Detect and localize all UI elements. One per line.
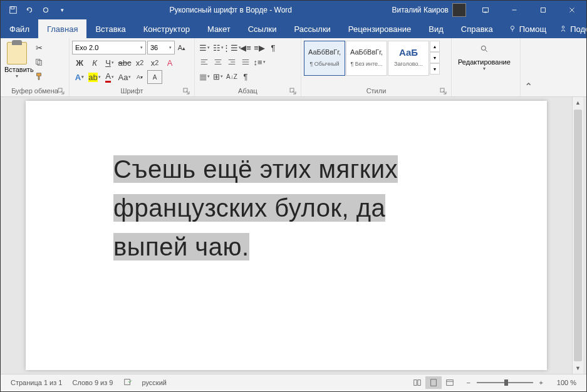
grow-font-icon[interactable]: A▴ <box>175 41 189 54</box>
align-left-icon[interactable] <box>197 55 211 69</box>
align-right-icon[interactable] <box>225 55 239 69</box>
spinner-up-icon[interactable]: ▴ <box>430 41 440 52</box>
style-no-spacing[interactable]: АаБбВвГг, ¶ Без инте... <box>346 41 387 76</box>
zoom-thumb[interactable] <box>504 379 508 386</box>
paste-button[interactable]: Вставить ▾ <box>3 41 31 80</box>
dialog-launcher-icon[interactable] <box>183 88 190 95</box>
bold-icon[interactable]: Ж <box>72 56 87 70</box>
svg-point-28 <box>481 46 486 50</box>
paragraph-label: Абзац <box>197 86 298 96</box>
share-button[interactable]: Поделиться <box>553 19 587 38</box>
font-color-icon[interactable]: A▾ <box>102 70 117 84</box>
spinner-down-icon[interactable]: ▾ <box>430 52 440 63</box>
zoom-level[interactable]: 100 % <box>552 379 581 386</box>
clear-format-icon[interactable]: A <box>162 56 177 70</box>
tab-file[interactable]: Файл <box>1 19 38 38</box>
strikethrough-icon[interactable]: abc <box>117 56 132 70</box>
tab-view[interactable]: Вид <box>420 19 452 38</box>
styles-label: Стили <box>304 86 449 96</box>
superscript-icon[interactable]: x2 <box>147 56 162 70</box>
sort-icon[interactable]: A↓Z <box>225 70 239 83</box>
font-size-combo[interactable]: 36▾ <box>147 41 175 54</box>
underline-icon[interactable]: Ч▾ <box>102 56 117 70</box>
tab-review[interactable]: Рецензирование <box>340 19 420 38</box>
save-icon[interactable] <box>6 3 21 18</box>
italic-icon[interactable]: К <box>87 56 102 70</box>
increase-indent-icon[interactable]: ≡▶ <box>252 41 266 54</box>
copy-icon[interactable] <box>32 55 46 69</box>
tab-design[interactable]: Конструктор <box>135 19 199 38</box>
vertical-scrollbar[interactable]: ▲ ▼ <box>572 97 583 374</box>
tab-layout[interactable]: Макет <box>199 19 239 38</box>
dialog-launcher-icon[interactable] <box>58 88 65 95</box>
editing-button[interactable]: Редактирование ▾ <box>454 41 514 75</box>
format-painter-icon[interactable] <box>32 70 46 83</box>
styles-gallery-spinner[interactable]: ▴ ▾ ▾ <box>430 41 440 75</box>
style-normal[interactable]: АаБбВвГг, ¶ Обычный <box>304 41 345 76</box>
svg-rect-1 <box>11 7 14 9</box>
dialog-launcher-icon[interactable] <box>440 88 447 95</box>
word-count[interactable]: Слово 9 из 9 <box>67 379 118 386</box>
tab-insert[interactable]: Вставка <box>86 19 134 38</box>
justify-icon[interactable] <box>239 55 252 69</box>
tell-me-button[interactable]: Помощ <box>502 19 553 38</box>
show-marks-icon[interactable]: ¶ <box>266 41 280 54</box>
title-bar: ▾ Рукописный шрифт в Ворде - Word Витали… <box>1 1 586 19</box>
web-layout-icon[interactable] <box>442 376 458 389</box>
tab-mailings[interactable]: Рассылки <box>285 19 339 38</box>
align-center-icon[interactable] <box>211 55 225 69</box>
tab-home[interactable]: Главная <box>38 19 86 38</box>
zoom-out-icon[interactable]: − <box>464 379 473 386</box>
zoom-slider[interactable]: − + <box>464 379 546 386</box>
qat-customize-icon[interactable]: ▾ <box>55 3 70 18</box>
scroll-thumb[interactable] <box>574 110 582 361</box>
dialog-launcher-icon[interactable] <box>289 88 297 95</box>
change-case-icon[interactable]: Aa▾ <box>117 70 132 84</box>
spinner-more-icon[interactable]: ▾ <box>430 63 440 75</box>
clipboard-label: Буфер обмена <box>3 86 66 96</box>
user-name: Виталий Каиров <box>392 6 449 14</box>
subscript-icon[interactable]: x2 <box>132 56 147 70</box>
style-heading1[interactable]: АаБ Заголово... <box>388 41 429 76</box>
language[interactable]: русский <box>137 379 172 386</box>
font-label: Шрифт <box>72 86 192 96</box>
print-layout-icon[interactable] <box>425 376 442 389</box>
zoom-in-icon[interactable]: + <box>537 379 546 386</box>
scroll-down-icon[interactable]: ▼ <box>573 363 583 374</box>
clipboard-icon <box>7 42 27 64</box>
shading-icon[interactable]: ▦▾ <box>197 70 211 83</box>
collapse-ribbon-icon[interactable]: ⌃ <box>521 38 536 96</box>
cut-icon[interactable]: ✂ <box>32 41 46 54</box>
ribbon-options-icon[interactable] <box>471 1 500 19</box>
undo-icon[interactable] <box>22 3 37 18</box>
shrink-font-icon[interactable]: A▾ <box>132 70 147 84</box>
zoom-track[interactable] <box>477 382 533 383</box>
document-text[interactable]: Съешь ещё этих мягких французских булок,… <box>113 150 464 266</box>
redo-icon[interactable] <box>38 3 53 18</box>
borders-icon[interactable]: ⊞▾ <box>211 70 225 83</box>
scroll-up-icon[interactable]: ▲ <box>573 97 583 108</box>
tab-references[interactable]: Ссылки <box>239 19 286 38</box>
pilcrow-icon[interactable]: ¶ <box>239 70 252 83</box>
char-border-icon[interactable]: A <box>147 70 162 84</box>
tab-help[interactable]: Справка <box>452 19 502 38</box>
svg-point-9 <box>562 26 564 29</box>
text-effects-icon[interactable]: A▾ <box>72 70 87 84</box>
bullets-icon[interactable]: ☰▾ <box>197 41 211 54</box>
window-controls <box>471 1 586 19</box>
user-account[interactable]: Виталий Каиров <box>387 3 471 17</box>
read-mode-icon[interactable] <box>409 376 425 389</box>
page-count[interactable]: Страница 1 из 1 <box>6 379 67 386</box>
close-icon[interactable] <box>558 1 586 19</box>
document-area: Съешь ещё этих мягких французских булок,… <box>1 97 586 374</box>
page[interactable]: Съешь ещё этих мягких французских булок,… <box>26 101 547 370</box>
decrease-indent-icon[interactable]: ◀≡ <box>239 41 252 54</box>
font-name-combo[interactable]: Exo 2.0▾ <box>72 41 146 54</box>
highlight-icon[interactable]: ab▾ <box>87 70 102 84</box>
line-spacing-icon[interactable]: ↕≡▾ <box>252 55 266 69</box>
multilevel-icon[interactable]: ⋮☰▾ <box>225 41 239 54</box>
maximize-icon[interactable] <box>529 1 558 19</box>
window-title: Рукописный шрифт в Ворде - Word <box>75 6 387 14</box>
spellcheck-icon[interactable] <box>118 378 137 388</box>
minimize-icon[interactable] <box>500 1 529 19</box>
